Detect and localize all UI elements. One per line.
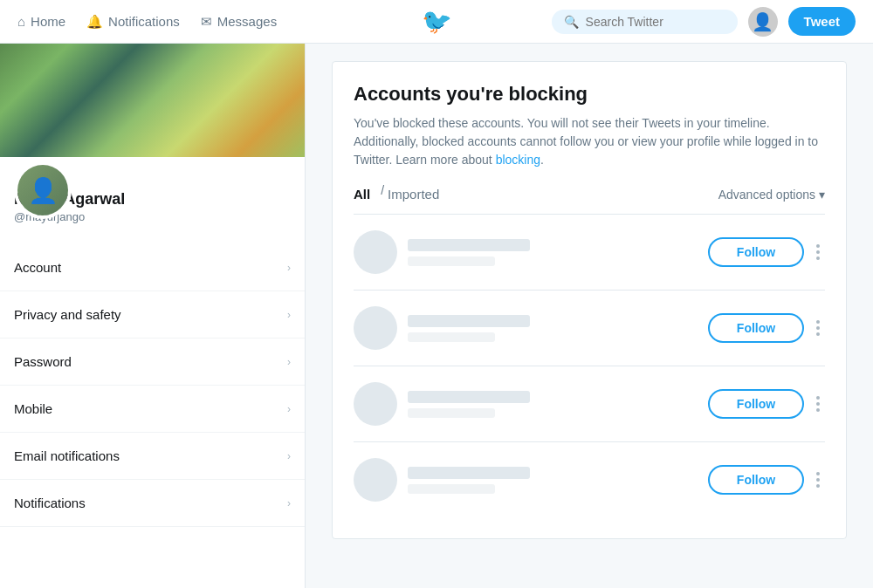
sidebar-item-privacy[interactable]: Privacy and safety ›	[0, 291, 305, 338]
blocked-avatar	[354, 306, 397, 350]
dot-icon	[816, 326, 820, 330]
blocked-actions: Follow	[708, 237, 825, 267]
follow-button[interactable]: Follow	[708, 389, 804, 419]
tabs-left: All / Imported	[354, 183, 446, 205]
home-icon: ⌂	[17, 14, 25, 29]
blocked-name	[408, 315, 530, 327]
dot-icon	[816, 478, 820, 482]
blocked-handle	[408, 332, 495, 342]
tweet-button[interactable]: Tweet	[788, 7, 856, 36]
nav-notifications-label: Notifications	[108, 14, 180, 29]
sidebar-item-label: Mobile	[14, 401, 52, 416]
chevron-right-icon: ›	[287, 356, 291, 368]
blocked-actions: Follow	[708, 389, 825, 419]
search-input[interactable]	[586, 15, 725, 29]
tab-imported[interactable]: Imported	[388, 183, 439, 205]
blocked-avatar	[354, 230, 397, 274]
nav-home-label: Home	[31, 14, 65, 29]
nav-messages-label: Messages	[217, 14, 277, 29]
more-options-button[interactable]	[811, 241, 825, 263]
dot-icon	[816, 484, 820, 488]
bell-icon: 🔔	[86, 14, 103, 30]
blocked-info	[408, 467, 708, 494]
page-title: Accounts you're blocking	[354, 83, 825, 106]
blocked-accounts-list: Follow	[354, 215, 825, 517]
sidebar-item-notifications[interactable]: Notifications ›	[0, 480, 305, 527]
tabs-row: All / Imported Advanced options ▾	[354, 183, 825, 215]
more-options-button[interactable]	[811, 317, 825, 339]
blocked-avatar	[354, 382, 397, 426]
main-content: Accounts you're blocking You've blocked …	[306, 44, 873, 588]
sidebar-item-label: Email notifications	[14, 448, 120, 463]
search-box[interactable]: 🔍	[552, 10, 738, 34]
sidebar-item-password[interactable]: Password ›	[0, 338, 305, 386]
top-navigation: ⌂ Home 🔔 Notifications ✉ Messages 🐦 🔍 👤 …	[0, 0, 873, 44]
dot-icon	[816, 472, 820, 475]
profile-avatar: 👤	[14, 161, 72, 219]
follow-button[interactable]: Follow	[708, 313, 804, 343]
blocked-actions: Follow	[708, 465, 825, 495]
sidebar-item-label: Privacy and safety	[14, 307, 121, 322]
chevron-down-icon: ▾	[819, 188, 825, 202]
tab-all[interactable]: All	[354, 183, 370, 205]
blocked-item: Follow	[354, 215, 825, 291]
page-description: You've blocked these accounts. You will …	[354, 114, 825, 169]
dot-icon	[816, 408, 820, 412]
chevron-right-icon: ›	[287, 262, 291, 274]
sidebar: 👤 Mayur Agarwal @mayurjango Account › Pr…	[0, 44, 306, 588]
sidebar-item-label: Account	[14, 260, 61, 275]
dot-icon	[816, 250, 820, 254]
chevron-right-icon: ›	[287, 497, 291, 509]
nav-right: 🔍 👤 Tweet	[552, 7, 856, 37]
blocking-link[interactable]: blocking	[496, 153, 540, 167]
dot-icon	[816, 332, 820, 336]
blocked-item: Follow	[354, 291, 825, 366]
envelope-icon: ✉	[201, 14, 212, 30]
nav-home[interactable]: ⌂ Home	[17, 14, 65, 29]
blocked-item: Follow	[354, 366, 825, 442]
blocking-panel: Accounts you're blocking You've blocked …	[332, 61, 847, 539]
chevron-right-icon: ›	[287, 309, 291, 321]
blocked-handle	[408, 408, 495, 418]
sidebar-item-mobile[interactable]: Mobile ›	[0, 386, 305, 433]
blocked-name	[408, 239, 530, 251]
blocked-name	[408, 467, 530, 479]
blocked-handle	[408, 484, 495, 494]
dot-icon	[816, 320, 820, 324]
more-options-button[interactable]	[811, 468, 825, 491]
blocked-info	[408, 239, 708, 266]
nav-notifications[interactable]: 🔔 Notifications	[86, 14, 180, 30]
twitter-logo: 🐦	[422, 7, 452, 36]
blocked-info	[408, 391, 708, 418]
sidebar-menu: Account › Privacy and safety › Password …	[0, 244, 305, 527]
blocked-name	[408, 391, 530, 403]
profile-cover	[0, 44, 305, 157]
dot-icon	[816, 244, 820, 248]
nav-left: ⌂ Home 🔔 Notifications ✉ Messages	[17, 14, 277, 30]
avatar[interactable]: 👤	[748, 7, 778, 37]
profile-info: 👤 Mayur Agarwal @mayurjango	[0, 190, 305, 237]
blocked-item: Follow	[354, 442, 825, 517]
nav-messages[interactable]: ✉ Messages	[201, 14, 277, 30]
dot-icon	[816, 402, 820, 406]
blocked-actions: Follow	[708, 313, 825, 343]
sidebar-item-label: Password	[14, 354, 72, 369]
follow-button[interactable]: Follow	[708, 465, 804, 495]
blocked-avatar	[354, 458, 397, 502]
blocked-handle	[408, 256, 495, 266]
chevron-right-icon: ›	[287, 403, 291, 415]
dot-icon	[816, 396, 820, 400]
blocked-info	[408, 315, 708, 342]
sidebar-item-account[interactable]: Account ›	[0, 244, 305, 291]
more-options-button[interactable]	[811, 393, 825, 415]
sidebar-item-email-notifications[interactable]: Email notifications ›	[0, 433, 305, 480]
cover-image	[0, 44, 305, 157]
chevron-right-icon: ›	[287, 450, 291, 462]
dot-icon	[816, 256, 820, 260]
advanced-options-button[interactable]: Advanced options ▾	[718, 188, 825, 202]
sidebar-item-label: Notifications	[14, 496, 86, 510]
search-icon: 🔍	[564, 15, 579, 29]
follow-button[interactable]: Follow	[708, 237, 804, 267]
